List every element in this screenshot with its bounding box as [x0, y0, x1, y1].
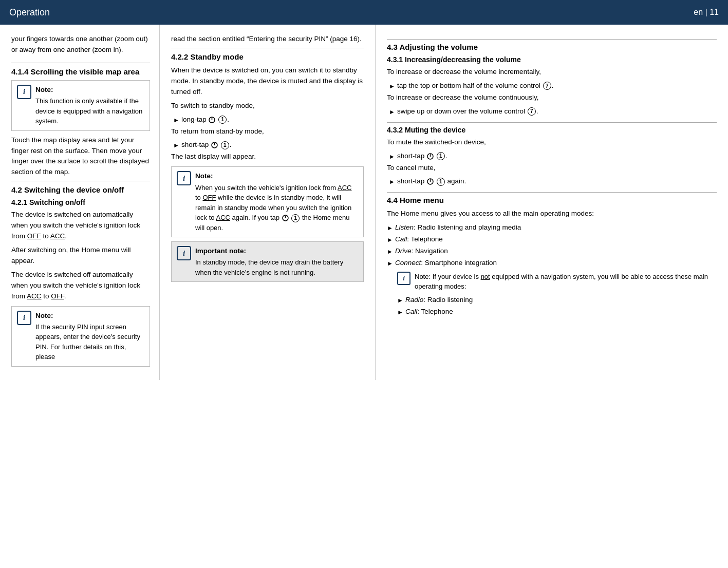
column-mid: read the section entitled “Entering the …: [159, 25, 375, 380]
intro-text-left: your fingers towards one another (zoom o…: [11, 34, 150, 55]
info-icon-44: i: [397, 272, 410, 285]
inline-note-44: i Note: If your device is not equipped w…: [397, 272, 717, 292]
circle-num-2: 1: [221, 141, 229, 149]
sub-text-44-1: Radio: Radio listening: [405, 295, 473, 306]
power-icon-2: [211, 142, 218, 148]
italic-drive: Drive: [395, 247, 412, 255]
arrow-icon-432-2: ►: [389, 177, 395, 187]
important-text-422: In standby mode, the device may drain th…: [195, 258, 343, 276]
text-431-2: To increase or decrease the volume conti…: [387, 92, 717, 103]
off-text-2: OFF: [51, 292, 64, 300]
note-content-422: Note: When you switch the vehicle's igni…: [195, 171, 358, 233]
heading-4-3: 4.3 Adjusting the volume: [387, 43, 717, 51]
arrow-icon-422-2: ►: [173, 141, 179, 150]
note-text-422: When you switch the vehicle's ignition l…: [195, 184, 352, 232]
divider-43: [387, 39, 717, 40]
inline-note-content-44: Note: If your device is not equipped wit…: [415, 272, 717, 292]
sub-item-44-1: ► Radio: Radio listening: [397, 295, 717, 306]
heading-4-4: 4.4 Home menu: [387, 196, 717, 204]
power-icon-3: [282, 215, 289, 221]
not-text: not: [481, 273, 490, 280]
column-right: 4.3 Adjusting the volume 4.3.1 Increasin…: [375, 25, 728, 380]
note-box-421: i Note: If the security PIN input screen…: [11, 306, 150, 367]
list-text-44-3: Drive: Navigation: [395, 246, 448, 257]
important-content-422: Important note: In standby mode, the dev…: [195, 246, 358, 277]
note-text-414: This function is only available if the d…: [35, 97, 142, 125]
circle-num-7a: 7: [543, 82, 551, 90]
divider-432: [387, 122, 717, 123]
circle-num-432-2: 1: [437, 178, 445, 186]
list-item-44-2: ► Call: Telephone: [387, 234, 717, 245]
header: Operation en | 11: [0, 0, 728, 25]
text-421-2: After switching on, the Home menu will a…: [11, 245, 150, 267]
body-414: Touch the map display area and let your …: [11, 135, 150, 178]
important-box-422: i Important note: In standby mode, the d…: [171, 241, 364, 282]
circle-num-7b: 7: [528, 107, 536, 116]
text-44-1: The Home menu gives you access to all th…: [387, 209, 717, 219]
bullet-431-2-text: swipe up or down over the volume control…: [397, 106, 538, 117]
bullet-422-1-text: long-tap 1.: [181, 115, 229, 125]
bullet-431-1: ► tap the top or bottom half of the volu…: [389, 81, 717, 91]
bullet-432-2-text: short-tap 1 again.: [397, 176, 466, 187]
note-content-414: Note: This function is only available if…: [35, 85, 144, 126]
list-item-44-4: ► Connect: Smartphone integration: [387, 258, 717, 269]
list-item-44-1: ► Listen: Radio listening and playing me…: [387, 222, 717, 233]
acc-text-1: ACC: [50, 232, 65, 240]
info-icon-414: i: [17, 85, 31, 99]
arrow-44-4: ►: [387, 259, 393, 269]
text-422-4: The last display will appear.: [171, 152, 364, 162]
text-431-1: To increase or decrease the volume incre…: [387, 67, 717, 78]
arrow-icon-431-1: ►: [389, 82, 395, 91]
heading-4-1-4: 4.1.4 Scrolling the visible map area: [11, 63, 150, 76]
important-label-422: Important note:: [195, 246, 358, 256]
note-box-422: i Note: When you switch the vehicle's ig…: [171, 166, 364, 237]
heading-4-3-1: 4.3.1 Increasing/decreasing the volume: [387, 55, 717, 64]
arrow-sub-2: ►: [397, 308, 403, 317]
sub-item-44-2: ► Call: Telephone: [397, 307, 717, 317]
circle-num-3: 1: [291, 214, 300, 222]
arrow-icon-432-1: ►: [389, 152, 395, 162]
heading-4-3-2: 4.3.2 Muting the device: [387, 126, 717, 134]
note-label-414: Note:: [35, 85, 144, 95]
text-432-2: To cancel mute,: [387, 163, 717, 174]
italic-radio: Radio: [405, 296, 423, 304]
column-left: your fingers towards one another (zoom o…: [0, 25, 159, 380]
power-icon-1: [209, 117, 215, 123]
divider-44: [387, 192, 717, 193]
arrow-icon-431-2: ►: [389, 107, 395, 117]
acc-ref-1: ACC: [338, 184, 351, 192]
note-content-421: Note: If the security PIN input screen a…: [35, 311, 144, 362]
intro-text-mid: read the section entitled “Entering the …: [171, 34, 364, 45]
italic-call2: Call: [405, 308, 417, 315]
note-text-421: If the security PIN input screen appears…: [35, 323, 140, 361]
arrow-44-2: ►: [387, 235, 393, 245]
list-item-44-3: ► Drive: Navigation: [387, 246, 717, 257]
bullet-422-2: ► short-tap 1.: [173, 140, 364, 150]
header-page: en | 11: [694, 8, 719, 17]
heading-4-2-1: 4.2.1 Switching on/off: [11, 198, 150, 206]
text-421-3: The device is switched off automatically…: [11, 270, 150, 302]
bullet-432-1-text: short-tap 1.: [397, 151, 447, 162]
italic-call: Call: [395, 235, 407, 243]
note-label-422: Note:: [195, 171, 358, 181]
arrow-44-3: ►: [387, 247, 393, 257]
acc-text-2: ACC: [27, 292, 42, 300]
list-text-44-1: Listen: Radio listening and playing medi…: [395, 222, 521, 233]
list-text-44-2: Call: Telephone: [395, 234, 443, 245]
italic-listen: Listen: [395, 223, 414, 231]
arrow-44-1: ►: [387, 223, 393, 233]
text-432-1: To mute the switched-on device,: [387, 137, 717, 148]
circle-num-432-1: 1: [437, 152, 445, 160]
acc-ref-2: ACC: [216, 214, 230, 221]
note-label-421: Note:: [35, 311, 144, 321]
inline-note-text-44: Note: If your device is not equipped wit…: [415, 273, 708, 291]
bullet-432-1: ► short-tap 1.: [389, 151, 717, 162]
off-ref-1: OFF: [202, 194, 216, 201]
info-icon-421: i: [17, 311, 31, 325]
sub-text-44-2: Call: Telephone: [405, 307, 453, 317]
bullet-431-1-text: tap the top or bottom half of the volume…: [397, 81, 554, 91]
arrow-sub-1: ►: [397, 296, 403, 306]
text-421-1: The device is switched on automatically …: [11, 210, 150, 242]
info-icon-important: i: [177, 246, 191, 260]
note-box-414: i Note: This function is only available …: [11, 80, 150, 131]
